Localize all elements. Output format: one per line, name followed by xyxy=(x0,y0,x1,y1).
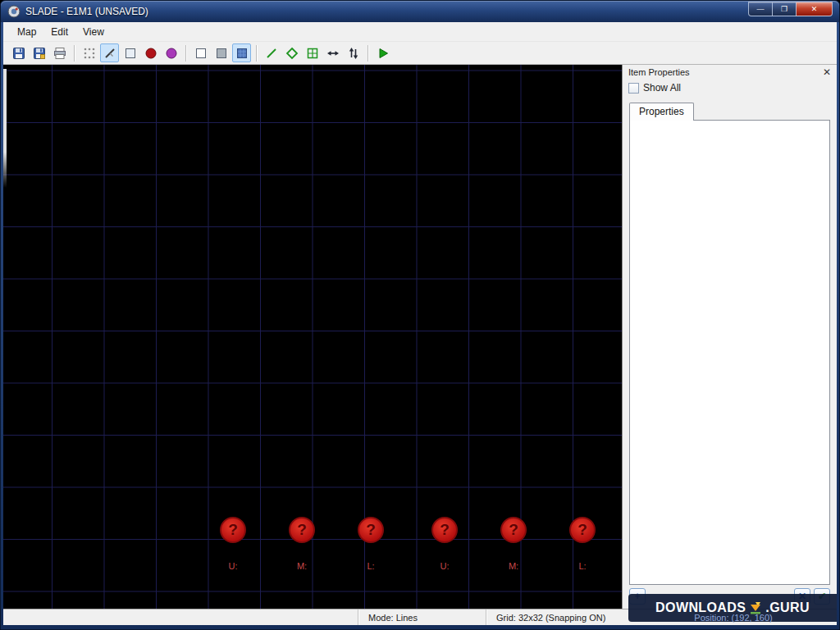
thing-label: U: xyxy=(424,561,465,571)
menu-view[interactable]: View xyxy=(75,24,112,40)
properties-list[interactable] xyxy=(629,120,830,585)
map-thing[interactable]: ? L: xyxy=(569,517,596,543)
edit-objects-button[interactable] xyxy=(303,43,322,62)
title-bar[interactable]: SLADE - E1M1 (UNSAVED) — ❐ ✕ xyxy=(1,1,839,22)
export-map-button[interactable] xyxy=(50,43,69,62)
thing-unknown-icon[interactable]: ? xyxy=(431,517,458,543)
menu-edit[interactable]: Edit xyxy=(43,24,75,40)
map-thing[interactable]: ? L: xyxy=(358,517,384,543)
vertices-mode-button[interactable] xyxy=(80,43,98,62)
thing-label: M: xyxy=(281,561,322,571)
minimize-button[interactable]: — xyxy=(748,2,772,16)
app-icon xyxy=(7,5,21,18)
map-thing[interactable]: ? M: xyxy=(500,517,527,543)
draw-lines-button[interactable] xyxy=(262,43,281,62)
maximize-button[interactable]: ❐ xyxy=(772,2,796,16)
map-thing[interactable]: ? U: xyxy=(431,517,458,543)
thing-unknown-icon[interactable]: ? xyxy=(289,517,315,543)
thing-unknown-icon[interactable]: ? xyxy=(220,517,246,543)
show-all-row: Show All xyxy=(623,79,837,97)
toolbar-separator xyxy=(368,45,368,62)
lines-mode-button[interactable] xyxy=(100,43,119,62)
save-map-as-button[interactable] xyxy=(30,43,48,62)
panel-tabs: Properties xyxy=(623,97,837,120)
thing-unknown-icon[interactable]: ? xyxy=(500,517,527,543)
things-mode-button[interactable] xyxy=(141,43,160,62)
menu-bar: Map Edit View xyxy=(3,22,837,42)
panel-header: Item Properties ✕ xyxy=(623,65,837,79)
thing-label: L: xyxy=(562,561,603,571)
sectors-mode-button[interactable] xyxy=(121,43,139,62)
client-area: Map Edit View xyxy=(3,22,837,625)
map-thing[interactable]: ? U: xyxy=(220,517,246,543)
window-controls: — ❐ ✕ xyxy=(748,2,833,16)
tab-properties[interactable]: Properties xyxy=(629,103,694,121)
mirror-horizontal-button[interactable] xyxy=(323,43,342,62)
window-title: SLADE - E1M1 (UNSAVED) xyxy=(25,6,148,17)
status-bar: Mode: Lines Grid: 32x32 (Snapping ON) Po… xyxy=(3,609,837,625)
menu-map[interactable]: Map xyxy=(10,24,43,40)
panel-title: Item Properties xyxy=(628,67,690,77)
thing-label: L: xyxy=(350,561,391,571)
status-position: Position: (192, 160) xyxy=(630,609,837,625)
map-thing[interactable]: ? M: xyxy=(289,517,315,543)
run-map-button[interactable] xyxy=(373,43,392,62)
panel-close-icon[interactable]: ✕ xyxy=(823,67,831,77)
toolbar-separator xyxy=(74,45,75,62)
view-wireframe-button[interactable] xyxy=(191,43,210,62)
thing-label: U: xyxy=(212,561,253,571)
toolbar-separator xyxy=(256,45,257,62)
thing-unknown-icon[interactable]: ? xyxy=(358,517,384,543)
show-all-label: Show All xyxy=(643,82,681,94)
left-edge-strip xyxy=(3,69,7,188)
item-properties-panel: Item Properties ✕ Show All Properties + … xyxy=(622,65,837,609)
close-button[interactable]: ✕ xyxy=(796,2,833,16)
status-grid: Grid: 32x32 (Snapping ON) xyxy=(486,609,630,625)
main-content: ? U: ? M: ? L: ? U: ? M: xyxy=(3,65,837,609)
thing-unknown-icon[interactable]: ? xyxy=(569,517,596,543)
show-all-checkbox[interactable] xyxy=(628,83,639,94)
objects-mode-button[interactable] xyxy=(162,43,180,62)
map-canvas[interactable]: ? U: ? M: ? L: ? U: ? M: xyxy=(3,65,622,609)
view-flat-button[interactable] xyxy=(212,43,231,62)
status-mode: Mode: Lines xyxy=(358,609,486,625)
draw-shapes-button[interactable] xyxy=(282,43,301,62)
app-window: SLADE - E1M1 (UNSAVED) — ❐ ✕ Map Edit Vi… xyxy=(0,0,840,630)
mirror-vertical-button[interactable] xyxy=(344,43,363,62)
toolbar xyxy=(3,42,837,65)
thing-label: M: xyxy=(493,561,534,571)
save-map-button[interactable] xyxy=(9,43,28,62)
view-textured-button[interactable] xyxy=(232,43,251,62)
toolbar-separator xyxy=(185,45,186,62)
